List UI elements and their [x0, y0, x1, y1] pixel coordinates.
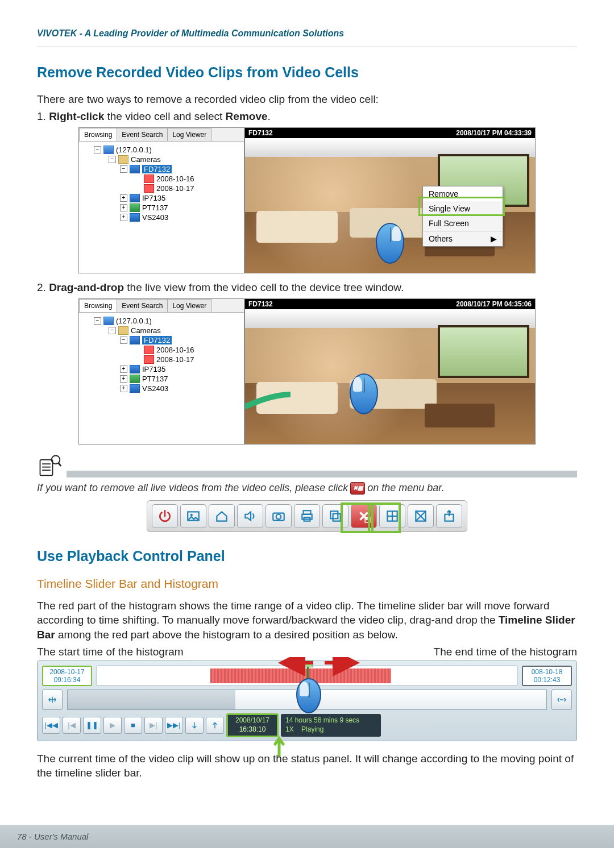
- host-icon: [103, 317, 114, 325]
- p1c: among the red part above the histogram t…: [55, 629, 398, 641]
- recording-icon: [144, 346, 154, 354]
- tree-date2[interactable]: 2008-10-17: [156, 355, 194, 364]
- tree-cameras[interactable]: Cameras: [131, 326, 161, 335]
- tree-date1[interactable]: 2008-10-16: [156, 346, 194, 354]
- toolbar-layers-button[interactable]: [322, 504, 349, 528]
- step2-num: 2.: [37, 281, 49, 293]
- stop-button[interactable]: ■: [124, 717, 142, 734]
- tree-cameras[interactable]: Cameras: [131, 155, 161, 164]
- play-button[interactable]: ▶: [103, 717, 122, 734]
- zoom-out-button[interactable]: [551, 690, 572, 710]
- camera-icon: [130, 365, 140, 373]
- menu-toolbar: [147, 500, 467, 532]
- pause-button[interactable]: ❚❚: [83, 717, 101, 734]
- video-cell[interactable]: FD7132 2008/10/17 PM 04:33:39 Remove Sin…: [244, 127, 536, 273]
- skip-start-button[interactable]: |◀◀: [42, 717, 60, 734]
- tree-host[interactable]: (127.0.0.1): [116, 317, 152, 325]
- device-tree-panel: Browsing Event Search Log Viewer −(127.0…: [78, 298, 244, 445]
- recording-icon: [144, 355, 154, 364]
- video-title: FD7132: [248, 300, 273, 308]
- skip-end-button[interactable]: ▶▶|: [165, 717, 183, 734]
- tab-log-viewer[interactable]: Log Viewer: [167, 128, 211, 141]
- toolbar-home-button[interactable]: [209, 504, 235, 528]
- menu-single-view[interactable]: Single View: [423, 201, 503, 216]
- toolbar-power-button[interactable]: [152, 504, 178, 528]
- cur-date: 2008/10/17: [231, 716, 273, 725]
- prev-button[interactable]: |◀: [63, 717, 81, 734]
- device-tree-panel: Browsing Event Search Log Viewer −(127.0…: [78, 127, 244, 273]
- tree-cam-vs2403[interactable]: VS2403: [142, 384, 168, 393]
- expand-icon[interactable]: −: [120, 165, 127, 173]
- camera-icon: [130, 203, 140, 212]
- toolbar-image-button[interactable]: [180, 504, 206, 528]
- video-body: Remove Single View Full Screen Others▶: [245, 138, 535, 273]
- video-timestamp: 2008/10/17 PM 04:33:39: [456, 129, 532, 137]
- tree-cam-ip7135[interactable]: IP7135: [142, 194, 165, 202]
- video-cell[interactable]: FD7132 2008/10/17 PM 04:35:06: [244, 298, 536, 445]
- step1-post: .: [268, 110, 271, 122]
- speed-up-button[interactable]: [206, 717, 224, 734]
- toolbar-remove-all-button[interactable]: [351, 504, 377, 528]
- tree-cam-pt7137[interactable]: PT7137: [142, 203, 168, 212]
- expand-icon[interactable]: −: [109, 156, 116, 163]
- figure-toolbar: [37, 500, 577, 532]
- tree-tabs: Browsing Event Search Log Viewer: [79, 299, 244, 313]
- toolbar-grid-button[interactable]: [379, 504, 405, 528]
- video-timestamp: 2008/10/17 PM 04:35:06: [456, 300, 532, 308]
- expand-icon[interactable]: −: [120, 337, 127, 344]
- tree-host[interactable]: (127.0.0.1): [116, 146, 152, 154]
- camera-icon: [130, 336, 140, 344]
- step2-post: the live view from the video cell to the…: [124, 281, 404, 293]
- note-icon: [37, 452, 62, 477]
- expand-icon[interactable]: +: [120, 375, 127, 383]
- video-header: FD7132 2008/10/17 PM 04:33:39: [245, 128, 535, 138]
- tree-cam-pt7137[interactable]: PT7137: [142, 375, 168, 383]
- expand-icon[interactable]: +: [120, 194, 127, 202]
- figure-dragdrop: Browsing Event Search Log Viewer −(127.0…: [37, 298, 577, 445]
- remove-all-icon: ✖▦: [350, 482, 365, 495]
- tree-date1[interactable]: 2008-10-16: [156, 175, 194, 183]
- tab-browsing[interactable]: Browsing: [79, 128, 117, 141]
- expand-icon[interactable]: −: [94, 317, 101, 325]
- end-time-chip: 008-10-18 00:12:43: [522, 666, 572, 687]
- next-button[interactable]: ▶|: [144, 717, 163, 734]
- toolbar-print-button[interactable]: [294, 504, 320, 528]
- menu-remove[interactable]: Remove: [423, 186, 503, 201]
- expand-icon[interactable]: −: [94, 146, 101, 153]
- tree-date2[interactable]: 2008-10-17: [156, 184, 194, 193]
- tab-log-viewer[interactable]: Log Viewer: [167, 299, 211, 312]
- tree-cam-vs2403[interactable]: VS2403: [142, 213, 168, 222]
- end-time: 00:12:43: [526, 676, 567, 684]
- start-time-label: The start time of the histogram: [37, 646, 184, 658]
- tab-browsing[interactable]: Browsing: [79, 299, 117, 312]
- tree-cam-fd7132[interactable]: FD7132: [142, 336, 172, 344]
- expand-icon[interactable]: −: [109, 327, 116, 334]
- toolbar-export-button[interactable]: [436, 504, 462, 528]
- menu-full-label: Full Screen: [429, 219, 469, 228]
- expand-icon[interactable]: +: [120, 214, 127, 221]
- cur-time: 16:38:10: [231, 725, 273, 734]
- context-menu: Remove Single View Full Screen Others▶: [422, 186, 503, 247]
- expand-icon[interactable]: +: [120, 366, 127, 373]
- step-1: 1. Right-click the video cell and select…: [37, 110, 577, 123]
- tab-event-search[interactable]: Event Search: [117, 299, 168, 312]
- tree-cam-fd7132[interactable]: FD7132: [142, 165, 172, 173]
- zoom-in-button[interactable]: [42, 690, 63, 710]
- tree-cam-ip7135[interactable]: IP7135: [142, 365, 165, 373]
- toolbar-camera-button[interactable]: [265, 504, 292, 528]
- tree-body: −(127.0.0.1) −Cameras −FD7132 2008-10-16…: [79, 142, 244, 226]
- menu-remove-label: Remove: [429, 189, 458, 198]
- speed-down-button[interactable]: [185, 717, 204, 734]
- expand-icon[interactable]: +: [120, 385, 127, 392]
- tab-event-search[interactable]: Event Search: [117, 128, 168, 141]
- menu-others[interactable]: Others▶: [423, 231, 503, 246]
- playback-controls: |◀◀ |◀ ❚❚ ▶ ■ ▶| ▶▶| 2008/10/17 16:38:10…: [42, 713, 572, 737]
- intro-text: There are two ways to remove a recorded …: [37, 92, 577, 107]
- state: Playing: [301, 725, 323, 733]
- svg-rect-13: [330, 511, 338, 518]
- current-time-chip: 2008/10/17 16:38:10: [226, 713, 279, 737]
- expand-icon[interactable]: +: [120, 204, 127, 211]
- toolbar-fullscreen-button[interactable]: [408, 504, 434, 528]
- menu-full-screen[interactable]: Full Screen: [423, 216, 503, 231]
- toolbar-sound-button[interactable]: [237, 504, 263, 528]
